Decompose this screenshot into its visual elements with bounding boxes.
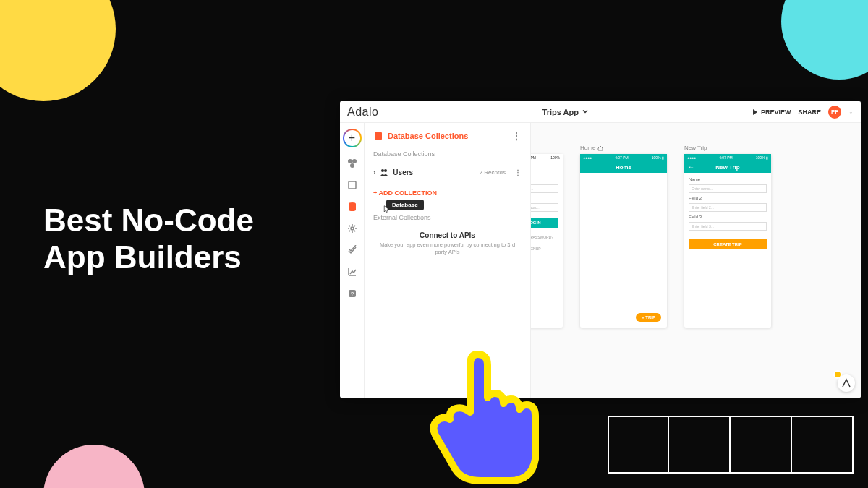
canvas-badge[interactable] <box>838 374 855 392</box>
newtrip-header: ← New Trip <box>684 161 771 173</box>
logo: Adalo <box>347 106 378 119</box>
analytics-icon[interactable] <box>346 266 358 278</box>
email-field[interactable]: Enter email... <box>531 184 558 193</box>
add-button[interactable]: + <box>343 129 362 147</box>
svg-point-2 <box>350 163 354 168</box>
screens-icon[interactable] <box>346 179 358 191</box>
tooltip-database: Database <box>386 200 424 210</box>
database-icon <box>373 131 383 141</box>
notification-dot <box>833 370 842 379</box>
app-title: Trips App <box>542 108 579 116</box>
create-trip-button[interactable]: CREATE TRIP <box>689 239 767 249</box>
help-icon[interactable]: ? <box>346 288 358 299</box>
sidebar: + ? <box>340 123 365 398</box>
field3[interactable]: Enter field 3... <box>689 222 767 231</box>
svg-rect-3 <box>349 181 356 189</box>
headline: Best No-Code App Builders <box>43 202 254 275</box>
adalo-icon <box>841 378 851 388</box>
svg-text:?: ? <box>350 291 354 297</box>
decoration-pink-circle <box>43 445 145 488</box>
svg-point-9 <box>381 169 384 172</box>
headline-line2: App Builders <box>43 239 254 276</box>
play-icon <box>752 109 758 115</box>
screen-label-newtrip: New Trip <box>684 145 771 151</box>
external-label: External Collections <box>373 214 522 221</box>
name-field[interactable]: Enter name... <box>689 184 767 193</box>
field2[interactable]: Enter field 2... <box>689 203 767 212</box>
connect-desc: Make your app even more powerful by conn… <box>376 241 519 256</box>
back-icon[interactable]: ← <box>688 163 694 171</box>
app-header: Adalo Trips App PREVIEW SHARE PF ⌄ <box>340 101 861 123</box>
more-icon[interactable]: ⋮ <box>511 130 522 142</box>
connect-title: Connect to APIs <box>376 231 519 239</box>
database-icon[interactable] <box>346 201 358 213</box>
chevron-down-icon[interactable]: ⌄ <box>848 108 854 115</box>
chevron-down-icon <box>582 108 589 116</box>
preview-label: PREVIEW <box>761 108 791 116</box>
preview-button[interactable]: PREVIEW <box>752 108 791 116</box>
forgot-link[interactable]: FORGOT PASSWORD? <box>531 235 558 239</box>
login-header: Login <box>531 161 563 173</box>
collection-users[interactable]: › Users 2 Records ⋮ <box>373 163 522 181</box>
connect-apis-box[interactable]: Connect to APIs Make your app even more … <box>373 226 522 262</box>
components-icon[interactable] <box>346 158 358 169</box>
section-label: Database Collections <box>373 150 522 158</box>
decoration-grid <box>608 416 854 474</box>
database-panel: Database Collections ⋮ Database Collecti… <box>365 123 531 398</box>
settings-icon[interactable] <box>346 223 358 234</box>
screen-label-home: Home <box>580 145 667 151</box>
home-screen[interactable]: ●●●●4:07 PM100% ▮ Home + TRIP <box>580 154 667 328</box>
app-title-dropdown[interactable]: Trips App <box>378 108 752 116</box>
decoration-cyan-circle <box>781 0 868 80</box>
home-header: Home <box>580 161 667 173</box>
panel-title: Database Collections <box>388 132 468 140</box>
svg-point-10 <box>384 169 387 172</box>
users-icon <box>380 168 388 176</box>
chevron-right-icon: › <box>373 168 375 176</box>
svg-point-0 <box>348 159 352 163</box>
decoration-yellow-circle <box>0 0 116 101</box>
publish-icon[interactable] <box>346 244 358 256</box>
login-button[interactable]: LOGIN <box>531 218 558 228</box>
app-builder-screenshot: Adalo Trips App PREVIEW SHARE PF ⌄ + <box>340 101 861 398</box>
svg-point-5 <box>351 227 354 230</box>
add-trip-fab[interactable]: + TRIP <box>636 313 661 322</box>
canvas[interactable]: 4:07 PM100% Login Email Enter email... P… <box>531 123 861 398</box>
share-button[interactable]: SHARE <box>798 108 821 116</box>
users-count: 2 Records <box>480 169 506 176</box>
screen-label <box>541 145 563 151</box>
headline-line1: Best No-Code <box>43 202 254 239</box>
home-icon <box>597 145 603 151</box>
user-avatar[interactable]: PF <box>828 106 841 119</box>
more-icon[interactable]: ⋮ <box>514 168 522 176</box>
newtrip-screen[interactable]: ●●●●4:07 PM100% ▮ ← New Trip Name Enter … <box>684 154 771 328</box>
add-collection-button[interactable]: + ADD COLLECTION Database <box>373 189 522 197</box>
svg-point-1 <box>352 159 357 163</box>
password-field[interactable]: Enter password... <box>531 203 558 212</box>
signup-link[interactable]: SIGNUP <box>531 247 558 251</box>
login-screen[interactable]: 4:07 PM100% Login Email Enter email... P… <box>531 154 563 328</box>
users-label: Users <box>393 168 413 176</box>
